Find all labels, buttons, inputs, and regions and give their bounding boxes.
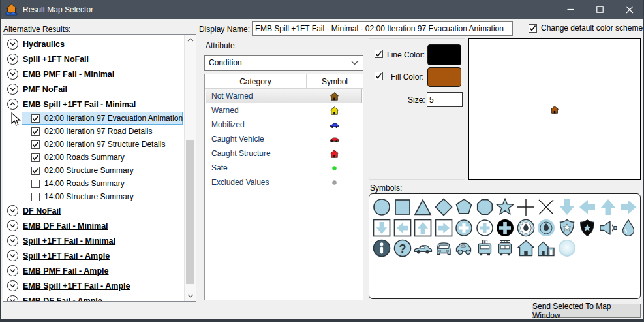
chevron-down-icon[interactable] <box>7 69 18 80</box>
category-row[interactable]: Caught Vehicle <box>206 132 362 146</box>
chevron-down-icon[interactable] <box>7 295 18 302</box>
octagon-icon[interactable] <box>475 197 495 217</box>
chevron-down-icon[interactable] <box>7 235 18 246</box>
arrow-left-box-icon[interactable] <box>393 218 412 238</box>
fire-truck-icon[interactable] <box>495 238 515 258</box>
minimize-button[interactable] <box>556 0 585 19</box>
tree-item[interactable]: 02:00 Iteration 97 Structure Details <box>22 138 183 151</box>
tree-item[interactable]: 02:00 Structure Summary <box>22 164 183 177</box>
chevron-down-icon[interactable] <box>7 54 18 65</box>
x-cross-icon[interactable] <box>536 197 556 217</box>
arrow-up-box-icon[interactable] <box>413 218 433 238</box>
tree-header[interactable]: PMF NoFail <box>3 82 184 97</box>
tree-item-checkbox[interactable] <box>31 180 40 188</box>
tree-header[interactable]: Spill +1FT Fail - Ample <box>3 248 184 263</box>
tree-item-checkbox[interactable] <box>31 167 40 175</box>
tree-item-checkbox[interactable] <box>31 140 40 149</box>
pentagon-icon[interactable] <box>454 197 474 217</box>
circle-cross-white-icon[interactable] <box>454 218 474 238</box>
chevron-down-icon[interactable] <box>7 265 18 276</box>
chevron-down-icon[interactable] <box>7 280 18 291</box>
circle-cross-blue-icon[interactable] <box>475 218 495 238</box>
question-circle-icon[interactable]: ? <box>393 238 412 258</box>
car-sedan-icon[interactable] <box>413 238 433 258</box>
scroll-down-icon[interactable] <box>185 291 196 301</box>
tree-header[interactable]: Spill +1FT NoFail <box>3 52 184 67</box>
tree-item-checkbox[interactable] <box>31 193 40 201</box>
line-color-swatch[interactable] <box>427 44 461 65</box>
droplet-icon[interactable] <box>619 218 638 238</box>
close-button[interactable] <box>615 0 644 19</box>
symbol-column-header[interactable]: Symbol <box>307 74 363 88</box>
tree-item-checkbox[interactable] <box>31 127 40 136</box>
arrow-down-box-icon[interactable] <box>372 218 391 238</box>
tree-header[interactable]: EMB Spill +1FT Fail - Minimal <box>3 97 184 112</box>
siren-icon[interactable] <box>598 218 618 238</box>
tree-item[interactable]: 02:00 Roads Summary <box>22 151 183 164</box>
send-to-map-button[interactable]: Send Selected To Map Window <box>532 304 641 318</box>
fill-color-checkbox[interactable] <box>375 72 383 80</box>
chevron-down-icon[interactable] <box>7 84 18 95</box>
tree-scrollbar[interactable] <box>184 35 196 301</box>
chevron-up-icon[interactable] <box>7 99 18 110</box>
category-row[interactable]: Warned <box>206 103 362 118</box>
tree-item-checkbox[interactable] <box>31 114 40 123</box>
category-row[interactable]: Mobilized <box>206 118 362 132</box>
car-front-icon[interactable] <box>434 238 453 258</box>
display-name-input[interactable] <box>252 21 513 36</box>
fill-color-swatch[interactable] <box>427 67 461 87</box>
attribute-dropdown[interactable]: Condition <box>204 55 363 71</box>
category-row[interactable]: Excluded Values <box>206 175 362 189</box>
chevron-down-icon[interactable] <box>7 220 18 231</box>
category-table-header[interactable]: Category Symbol <box>205 74 363 89</box>
square-icon[interactable] <box>393 197 412 217</box>
arrow-right-icon[interactable] <box>619 197 638 217</box>
category-row[interactable]: Safe <box>206 161 362 175</box>
category-column-header[interactable]: Category <box>205 74 307 88</box>
tree-header[interactable]: EMB Spill +1FT Fail - Ample <box>3 278 184 293</box>
circle-cross-black-icon[interactable] <box>495 218 515 238</box>
tree-item[interactable]: 14:00 Roads Summary <box>22 177 183 190</box>
arrow-left-icon[interactable] <box>577 197 597 217</box>
ambulance-icon[interactable] <box>475 238 495 258</box>
tree-item[interactable]: 14:00 Structure Summary <box>22 190 183 203</box>
triangle-icon[interactable] <box>413 197 433 217</box>
change-color-scheme-checkbox[interactable] <box>529 24 537 33</box>
arrow-down-icon[interactable] <box>557 197 577 217</box>
fire-badge-icon[interactable] <box>516 218 536 238</box>
police-badge-icon[interactable] <box>557 218 577 238</box>
scrollbar-thumb[interactable] <box>186 140 194 284</box>
star-icon[interactable] <box>495 197 515 217</box>
line-color-checkbox[interactable] <box>375 50 383 58</box>
tree-item[interactable]: 02:00 Iteration 97 Evacuation Animation <box>22 112 183 125</box>
police-badge-black-icon[interactable] <box>577 218 597 238</box>
house-icon[interactable] <box>516 238 536 258</box>
tree-header[interactable]: Spill +1FT Fail - Minimal <box>3 233 184 248</box>
scroll-up-icon[interactable] <box>185 35 196 45</box>
category-row[interactable]: Caught Structure <box>206 146 362 161</box>
tree-header[interactable]: EMB PMF Fail - Ample <box>3 263 184 278</box>
arrow-up-icon[interactable] <box>598 197 618 217</box>
chevron-down-icon[interactable] <box>7 250 18 261</box>
tree-header[interactable]: EMB PMF Fail - Minimal <box>3 67 184 82</box>
diamond-icon[interactable] <box>434 197 453 217</box>
tree-header[interactable]: EMB DF Fail - Ample <box>3 293 184 302</box>
tree-header[interactable]: DF NoFail <box>3 203 184 218</box>
size-input[interactable] <box>427 92 463 107</box>
arrow-right-box-icon[interactable] <box>434 218 453 238</box>
tree-item[interactable]: 02:00 Iteration 97 Road Details <box>22 125 183 138</box>
category-row[interactable]: Not Warned <box>206 89 362 103</box>
plus-icon[interactable] <box>516 197 536 217</box>
info-circle-icon[interactable] <box>372 238 391 258</box>
glow-circle-icon[interactable] <box>557 238 577 258</box>
maximize-button[interactable] <box>585 0 615 19</box>
chevron-down-icon[interactable] <box>7 205 18 216</box>
house-garage-icon[interactable] <box>536 238 556 258</box>
tree-header[interactable]: EMB DF Fail - Minimal <box>3 218 184 233</box>
circle-icon[interactable] <box>372 197 391 217</box>
car-side-icon[interactable] <box>454 238 474 258</box>
tree-header[interactable]: Hydraulics <box>3 37 184 52</box>
tree-item-checkbox[interactable] <box>31 153 40 162</box>
fire-badge-filled-icon[interactable] <box>536 218 556 238</box>
chevron-down-icon[interactable] <box>7 39 18 50</box>
